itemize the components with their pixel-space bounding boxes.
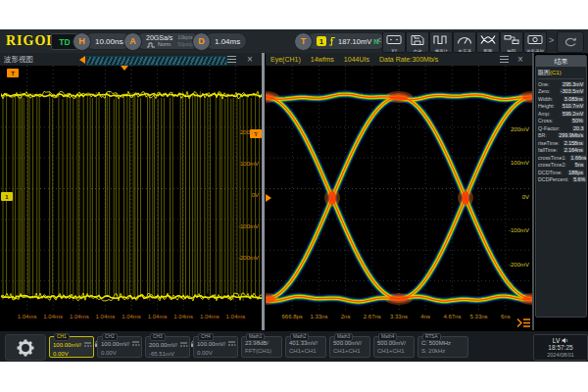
channel-box-math1[interactable]: Math123.98dB/FFT(CH1) — [241, 336, 282, 358]
result-value: 20.3 — [572, 125, 584, 131]
result-row: Amp:599.2mV — [536, 110, 586, 118]
wave-x-label: 1.04ms — [18, 314, 37, 319]
channel-box-ch3[interactable]: CH3200.00mV/-65.51mV — [145, 336, 190, 358]
eye-close-icon[interactable]: × — [517, 53, 523, 66]
eye-diagram-plot[interactable] — [266, 66, 532, 312]
result-label: crossTime2: — [538, 162, 566, 168]
trigger-level-value: 187.10mV — [338, 37, 371, 46]
d-knob-icon[interactable]: D — [192, 32, 211, 51]
channel-box-ch2[interactable]: CH2100.00mV/0.00V — [97, 336, 142, 358]
settings-button[interactable] — [5, 334, 46, 361]
waveform-menu-icon[interactable] — [227, 56, 236, 63]
record-icon — [526, 31, 544, 49]
h-knob-icon[interactable]: H — [73, 32, 91, 51]
system-time: 18:57:25 — [548, 344, 572, 351]
horizontal-scale-value: 10.00ns/ — [95, 37, 125, 46]
result-row: Cross:50% — [536, 118, 586, 125]
toolbar-button-decode[interactable]: 解码 — [500, 31, 523, 53]
result-value: 2.158ns — [564, 140, 584, 146]
t-knob-icon[interactable]: T — [294, 32, 313, 51]
result-value: 5.6% — [572, 176, 586, 182]
result-value: 2.164ns — [564, 147, 584, 153]
panel-splitter[interactable] — [262, 53, 265, 330]
channel-box-rtsa[interactable]: RTSAC: 500MHzS: 20kHz — [417, 336, 468, 358]
channel-tab-label: CH3 — [150, 333, 166, 341]
toolbar-button-xy[interactable]: XY — [382, 31, 406, 53]
wave-y-label: 0V — [221, 192, 259, 198]
channel1-ground-marker[interactable]: 1 — [1, 192, 13, 201]
toolbar-button-eye-diagram[interactable]: 眼图 — [476, 31, 500, 53]
delay-control[interactable]: D 1.04ms — [192, 32, 247, 50]
eye-x-label: 4ns — [420, 314, 430, 319]
gear-icon — [16, 338, 35, 358]
result-value: 5ns — [574, 162, 584, 168]
channel-status-bar: CH1100.00mV/0.00VCH2100.00mV/0.00VCH3200… — [0, 330, 588, 362]
timebase-overview-strip[interactable] — [86, 56, 227, 66]
channel-tab-label: Math2 — [290, 333, 309, 341]
eye-x-label: 5.33ns — [470, 314, 488, 319]
eye-x-label: 2.67ns — [364, 314, 381, 319]
eye-x-label: 4.67ns — [443, 314, 461, 319]
eye-y-label: -200mV — [490, 262, 529, 268]
channel-offset: S: 20kHz — [421, 348, 465, 355]
dc-coupling-icon — [83, 341, 92, 350]
channel-tab-label: CH4 — [198, 333, 214, 341]
delay-value: 1.04ms — [215, 37, 240, 46]
eye-y-label: 100mV — [490, 160, 529, 166]
results-tab-eye[interactable]: 眼图(C1) — [538, 69, 584, 79]
result-row: fallTime:2.164ns — [536, 147, 586, 155]
dc-coupling-icon — [179, 341, 188, 350]
trigger-control[interactable]: T 1 187.10mV N — [294, 32, 386, 50]
result-label: fallTime: — [538, 147, 558, 153]
wave-x-label: 1.04ms — [148, 314, 168, 319]
trigger-delay-marker[interactable]: T — [7, 69, 19, 77]
result-label: Q-Factor: — [538, 125, 561, 131]
eye-diagram-icon — [479, 31, 497, 49]
results-panel: 结果 眼图(C1) One:295.3mVZero:-303.5mVWidth:… — [535, 55, 587, 318]
waveform-close-icon[interactable]: × — [247, 53, 253, 66]
channel-box-ch4[interactable]: CH4100.00mV/0.00V — [193, 336, 238, 358]
waveform-plot[interactable] — [1, 66, 262, 312]
result-row: BR:299.9Mb/s — [536, 132, 586, 140]
wave-y-label: -100mV — [221, 223, 259, 229]
channel-box-math4[interactable]: Math4500.00mV/CH1+CH1 — [373, 336, 415, 358]
channel-box-ch1[interactable]: CH1100.00mV/0.00V — [49, 336, 94, 358]
trigger-position-triangle-icon[interactable] — [121, 66, 128, 71]
channel-offset: 0.00V — [197, 350, 234, 357]
refresh-button[interactable] — [557, 31, 584, 53]
eye-menu-icon-header[interactable] — [500, 56, 509, 63]
decode-icon — [503, 31, 520, 49]
waveform-panel-header: 波形视图 × — [0, 53, 262, 66]
toolbar-button-voltmeter[interactable]: 电压表 — [453, 31, 476, 53]
result-label: Amp: — [538, 111, 550, 117]
wave-y-label: -200mV — [221, 255, 259, 261]
result-value: 599.2mV — [562, 111, 584, 117]
results-splitter[interactable] — [532, 53, 534, 330]
waveform-panel-title: 波形视图 — [4, 55, 33, 65]
channel-tab-label: Math3 — [334, 333, 353, 341]
eye-x-label: 666.8ps — [282, 314, 303, 319]
sample-rate: 20GSa/s — [146, 34, 172, 41]
system-status-box[interactable]: LV 18:57:25 2024/08/01 — [533, 334, 588, 361]
channel-box-math2[interactable]: Math2401.33mV/CH1+CH1 — [285, 336, 326, 358]
channel-offset: FFT(CH1) — [245, 348, 278, 355]
toolbar-scroll-right-icon[interactable]: > — [549, 36, 554, 45]
a-knob-icon[interactable]: A — [123, 32, 142, 51]
dc-coupling-icon — [131, 340, 140, 349]
acquisition-control[interactable]: A 20GSa/s Norm 10kpts 50ps/pt — [123, 32, 201, 50]
eye-x-label: 2ns — [341, 314, 351, 319]
eye-x-label: 6ns — [501, 314, 511, 319]
channel-tab-label: Math4 — [378, 333, 397, 341]
results-title: 结果 — [536, 56, 586, 67]
channel-box-math3[interactable]: Math3500.00mV/CH1+CH1 — [329, 336, 370, 358]
wave-y-label: 200mV — [221, 129, 259, 135]
eye-wfms-count: 14wfms — [311, 56, 334, 63]
eye-zero-level-marker — [266, 194, 271, 202]
channel-offset: CH1+CH1 — [333, 348, 367, 355]
toolbar-button-save[interactable]: 存储 — [406, 31, 429, 53]
channel-tab-label: CH1 — [54, 333, 70, 341]
toolbar-button-freq-counter[interactable]: 频率计 — [429, 31, 453, 53]
toolbar-button-record[interactable]: 波形录制 — [523, 31, 547, 53]
toolbar-scroll-left-icon[interactable]: < — [376, 36, 381, 45]
eye-data-rate: Data Rate:300Mb/s — [379, 56, 438, 63]
